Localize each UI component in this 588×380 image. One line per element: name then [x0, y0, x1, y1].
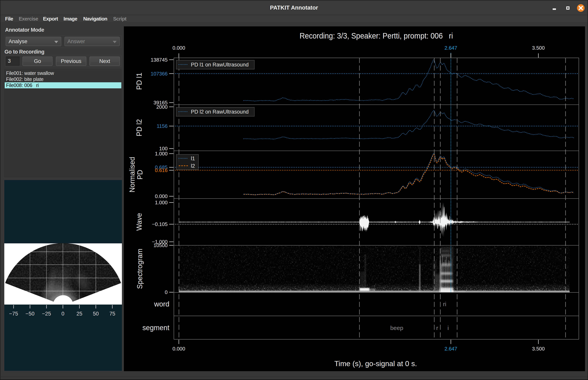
svg-text:1156: 1156 — [157, 123, 168, 129]
svg-text:−0.105: −0.105 — [152, 221, 168, 227]
svg-text:2000: 2000 — [156, 104, 168, 110]
svg-text:l1: l1 — [191, 156, 195, 161]
svg-text:−25: −25 — [42, 311, 51, 317]
svg-text:25: 25 — [76, 311, 82, 317]
svg-text:segment: segment — [143, 324, 169, 332]
svg-text:Spectrogram: Spectrogram — [136, 249, 144, 289]
svg-text:−50: −50 — [26, 311, 35, 317]
svg-text:Wave: Wave — [135, 213, 143, 231]
svg-text:PD l2 on RawUltrasound: PD l2 on RawUltrasound — [191, 109, 249, 115]
svg-text:PD l1 on RawUltrasound: PD l1 on RawUltrasound — [191, 62, 249, 68]
svg-text:0: 0 — [165, 289, 168, 295]
svg-text:50: 50 — [93, 311, 99, 317]
svg-text:10500: 10500 — [154, 242, 168, 248]
svg-text:1.000: 1.000 — [155, 200, 168, 206]
svg-text:0: 0 — [61, 311, 64, 317]
svg-text:−75: −75 — [9, 311, 18, 317]
svg-text:0.000: 0.000 — [155, 193, 168, 199]
svg-text:ri: ri — [443, 301, 446, 307]
svg-text:word: word — [154, 300, 169, 308]
svg-text:2.647: 2.647 — [445, 346, 457, 352]
svg-text:PD l1: PD l1 — [135, 73, 143, 90]
svg-text:PD l2: PD l2 — [135, 119, 143, 136]
svg-text:l2: l2 — [191, 163, 195, 169]
svg-text:75: 75 — [109, 311, 115, 317]
svg-text:107366: 107366 — [151, 71, 168, 77]
svg-text:3.500: 3.500 — [532, 346, 545, 352]
svg-text:0.000: 0.000 — [173, 45, 185, 51]
svg-text:r: r — [436, 325, 438, 331]
svg-text:i: i — [447, 325, 449, 331]
svg-text:0.000: 0.000 — [173, 346, 185, 352]
svg-text:1.000: 1.000 — [155, 151, 168, 157]
svg-text:PD: PD — [136, 170, 144, 179]
svg-text:beep: beep — [390, 325, 403, 331]
svg-text:Normalised: Normalised — [128, 157, 136, 192]
svg-text:Time (s), go-signal at 0 s.: Time (s), go-signal at 0 s. — [335, 360, 417, 368]
svg-text:0.616: 0.616 — [155, 167, 168, 173]
svg-text:138745: 138745 — [151, 57, 168, 63]
svg-text:2.647: 2.647 — [445, 45, 457, 51]
svg-text:3.500: 3.500 — [532, 45, 545, 51]
svg-text:Recording: 3/3, Speaker: Pertt: Recording: 3/3, Speaker: Pertti, prompt:… — [300, 32, 453, 40]
